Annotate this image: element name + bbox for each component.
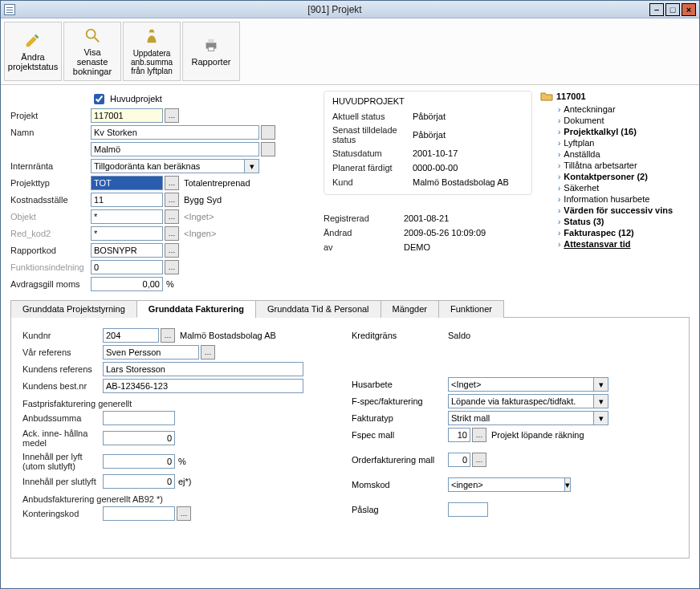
kundnr-input[interactable] bbox=[103, 328, 159, 343]
redkod2-extra: <Ingen> bbox=[184, 229, 216, 238]
namn2-button[interactable] bbox=[261, 142, 275, 156]
projekt-lookup-button[interactable]: … bbox=[165, 108, 179, 123]
status-value: 2001-08-21 bbox=[404, 213, 449, 223]
toolbar-uppdatera-anbsumma[interactable]: Uppdatera anb.summa från lyftplan bbox=[123, 22, 181, 81]
tree-item-label: Säkerhet bbox=[564, 183, 599, 193]
tree-item[interactable]: ›Status (3) bbox=[558, 216, 690, 227]
bestnr-input[interactable] bbox=[103, 379, 303, 393]
system-menu-icon[interactable] bbox=[4, 4, 15, 15]
kundnr-name: Malmö Bostadsbolag AB bbox=[180, 331, 276, 340]
app-window: [901] Projekt – □ × Ändra projektstatus … bbox=[0, 0, 700, 589]
tree-item[interactable]: ›Anteckningar bbox=[558, 104, 690, 115]
internranta-label: Internränta bbox=[10, 161, 91, 171]
chevron-down-icon[interactable]: ▾ bbox=[245, 159, 259, 173]
tree-item[interactable]: ›Kontaktpersoner (2) bbox=[558, 171, 690, 182]
pencil-icon bbox=[24, 31, 42, 49]
tree-item[interactable]: ›Anställda bbox=[558, 148, 690, 160]
orderfakturering-lookup-button[interactable]: … bbox=[472, 453, 486, 467]
rapportkod-input[interactable] bbox=[91, 243, 163, 258]
innehall-per-lyft-input[interactable] bbox=[103, 454, 175, 469]
tree-item[interactable]: ›Tillåtna arbetsarter bbox=[558, 160, 690, 171]
tab-funktioner[interactable]: Funktioner bbox=[438, 300, 504, 318]
funktionsindelning-input[interactable] bbox=[91, 260, 163, 274]
ack-innehallna-input[interactable] bbox=[103, 431, 175, 445]
project-tree: 117001 ›Anteckningar›Dokument›Projektkal… bbox=[540, 91, 690, 250]
internranta-select[interactable] bbox=[91, 159, 245, 173]
tab-fakturering[interactable]: Grunddata Fakturering bbox=[136, 300, 256, 318]
tree-root[interactable]: 117001 bbox=[540, 91, 690, 102]
chevron-right-icon: › bbox=[558, 116, 560, 125]
husarbete-select[interactable] bbox=[448, 377, 594, 392]
minimize-button[interactable]: – bbox=[649, 3, 664, 16]
status-value: 2001-10-17 bbox=[413, 148, 458, 158]
chevron-right-icon: › bbox=[558, 150, 560, 159]
chevron-right-icon: › bbox=[558, 173, 560, 181]
chevron-down-icon[interactable]: ▾ bbox=[594, 394, 608, 408]
rapportkod-lookup-button[interactable]: … bbox=[165, 243, 179, 258]
redkod2-lookup-button[interactable]: … bbox=[165, 226, 179, 241]
toolbar-andra-projektstatus[interactable]: Ändra projektstatus bbox=[4, 22, 62, 81]
tab-tid-personal[interactable]: Grunddata Tid & Personal bbox=[255, 300, 381, 318]
toolbar-rapporter[interactable]: Rapporter bbox=[182, 22, 240, 81]
tree-item-label: Anteckningar bbox=[564, 104, 615, 114]
kreditgrans-label: Kreditgräns bbox=[352, 331, 448, 340]
redkod2-input[interactable] bbox=[91, 226, 163, 241]
projekttyp-lookup-button[interactable]: … bbox=[165, 176, 179, 190]
orderfakturering-input[interactable] bbox=[448, 453, 470, 467]
tree-item[interactable]: ›Information husarbete bbox=[558, 193, 690, 205]
close-button[interactable]: × bbox=[682, 3, 696, 16]
tree-item[interactable]: ›Säkerhet bbox=[558, 182, 690, 193]
avdragsgill-input[interactable] bbox=[91, 277, 163, 291]
svg-rect-4 bbox=[208, 47, 214, 51]
projekt-input[interactable] bbox=[91, 108, 163, 123]
svg-rect-3 bbox=[208, 39, 214, 43]
status-value: Malmö Bostadsbolag AB bbox=[413, 177, 509, 187]
fakturatyp-select[interactable] bbox=[448, 411, 594, 425]
konteringskod-input[interactable] bbox=[103, 506, 175, 521]
toolbar-visa-bokningar[interactable]: Visa senaste bokningar bbox=[63, 22, 121, 81]
tree-item[interactable]: ›Lyftplan bbox=[558, 137, 690, 148]
varreferens-input[interactable] bbox=[103, 345, 199, 359]
huvudprojekt-checkbox[interactable] bbox=[94, 94, 104, 104]
tree-item[interactable]: ›Värden för successiv vins bbox=[558, 205, 690, 216]
tree-item[interactable]: ›Dokument bbox=[558, 115, 690, 126]
momskod-select[interactable] bbox=[448, 477, 565, 492]
fspecmall-lookup-button[interactable]: … bbox=[472, 428, 486, 442]
tab-panel-fakturering: Kundnr … Malmö Bostadsbolag AB Vår refer… bbox=[10, 318, 690, 559]
tree-item-label: Status (3) bbox=[564, 217, 604, 226]
projekttyp-input[interactable] bbox=[91, 176, 163, 190]
objekt-input[interactable] bbox=[91, 209, 163, 224]
tree-item[interactable]: ›Attestansvar tid bbox=[558, 238, 690, 250]
kostnadsstalle-extra: Bygg Syd bbox=[184, 195, 222, 205]
kundnr-lookup-button[interactable]: … bbox=[161, 328, 175, 343]
chevron-right-icon: › bbox=[558, 206, 560, 215]
kostnadsstalle-lookup-button[interactable]: … bbox=[165, 193, 179, 207]
fspec-select[interactable] bbox=[448, 394, 594, 408]
anbudssumma-input[interactable] bbox=[103, 411, 175, 425]
status-value: 0000-00-00 bbox=[413, 163, 458, 173]
konteringskod-lookup-button[interactable]: … bbox=[177, 506, 191, 521]
chevron-down-icon[interactable]: ▾ bbox=[594, 411, 608, 425]
funktionsindelning-lookup-button[interactable]: … bbox=[165, 260, 179, 274]
objekt-lookup-button[interactable]: … bbox=[165, 209, 179, 224]
tree-item-label: Fakturaspec (12) bbox=[564, 228, 633, 238]
kostnadsstalle-input[interactable] bbox=[91, 193, 163, 207]
chevron-right-icon: › bbox=[558, 105, 560, 114]
chevron-down-icon[interactable]: ▾ bbox=[594, 377, 608, 392]
paslag-input[interactable] bbox=[448, 502, 488, 517]
tree-item[interactable]: ›Projektkalkyl (16) bbox=[558, 126, 690, 137]
namn1-button[interactable] bbox=[261, 125, 275, 140]
varreferens-lookup-button[interactable]: … bbox=[201, 345, 215, 359]
namn-input-1[interactable] bbox=[91, 125, 259, 140]
kostnadsstalle-label: Kostnadsställe bbox=[10, 195, 91, 205]
tree-item-label: Dokument bbox=[564, 116, 604, 125]
fspecmall-input[interactable] bbox=[448, 428, 470, 442]
tab-projektstyrning[interactable]: Grunddata Projektstyrning bbox=[10, 300, 137, 318]
tree-item[interactable]: ›Fakturaspec (12) bbox=[558, 227, 690, 238]
kundensreferens-input[interactable] bbox=[103, 362, 303, 376]
namn-input-2[interactable] bbox=[91, 142, 259, 156]
maximize-button[interactable]: □ bbox=[665, 3, 680, 16]
innehall-per-slutlyft-input[interactable] bbox=[103, 474, 175, 489]
tab-mangder[interactable]: Mängder bbox=[381, 300, 439, 318]
chevron-down-icon[interactable]: ▾ bbox=[565, 477, 571, 492]
